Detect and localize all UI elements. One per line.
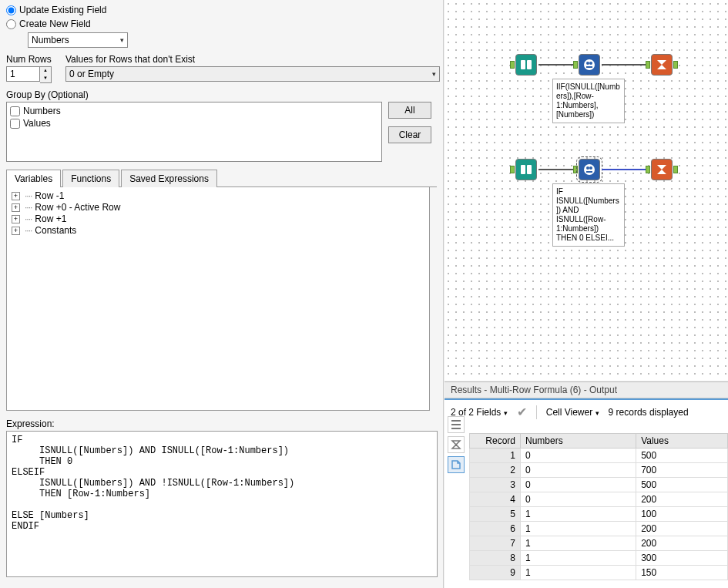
values-nonexist-select[interactable]: 0 or Empty ▾ bbox=[65, 66, 440, 82]
cell-values: 500 bbox=[636, 449, 728, 463]
connector-anchor bbox=[673, 61, 678, 69]
tab-variables[interactable]: Variables bbox=[6, 170, 61, 187]
groupby-item-label: Values bbox=[23, 118, 51, 129]
tree-expand-icon[interactable]: + bbox=[12, 203, 20, 212]
values-nonexist-value: 0 or Empty bbox=[69, 69, 114, 79]
table-row[interactable]: 4 0 200 bbox=[470, 492, 728, 507]
table-row[interactable]: 8 1 300 bbox=[470, 551, 728, 566]
cell-numbers: 1 bbox=[521, 536, 636, 551]
results-panel: Results - Multi-Row Formula (6) - Output… bbox=[445, 381, 728, 588]
connector-line bbox=[602, 169, 646, 170]
workflow-canvas[interactable]: IIF(ISNULL([Numbers]),[Row-1:Numbers],[N… bbox=[445, 0, 728, 381]
cell-values: 300 bbox=[636, 551, 728, 566]
tree-item-label[interactable]: Row +0 - Active Row bbox=[35, 202, 120, 213]
cell-record: 5 bbox=[470, 507, 521, 522]
connector-line bbox=[538, 169, 574, 170]
tab-functions[interactable]: Functions bbox=[62, 170, 119, 187]
cell-record: 4 bbox=[470, 492, 521, 507]
connector-anchor bbox=[646, 166, 650, 173]
cell-viewer-menu[interactable]: Cell Viewer ▾ bbox=[546, 407, 599, 418]
records-summary: 9 records displayed bbox=[609, 407, 689, 418]
tool-annotation: IF ISNULL([Numbers]) AND ISNULL([Row-1:N… bbox=[552, 183, 625, 247]
svg-point-3 bbox=[586, 62, 589, 65]
field-select[interactable]: Numbers ▾ bbox=[28, 32, 128, 48]
field-select-value: Numbers bbox=[32, 35, 69, 45]
tab-saved-expressions[interactable]: Saved Expressions bbox=[121, 170, 217, 187]
connector-anchor bbox=[573, 166, 578, 173]
check-icon: ✔ bbox=[517, 405, 527, 419]
cell-record: 9 bbox=[470, 566, 521, 580]
svg-point-9 bbox=[589, 166, 592, 170]
cell-numbers: 1 bbox=[521, 551, 636, 566]
radio-create-label: Create New Field bbox=[19, 18, 91, 29]
tree-expand-icon[interactable]: + bbox=[12, 192, 20, 200]
summarize-tool-icon[interactable] bbox=[651, 54, 673, 76]
col-header-values[interactable]: Values bbox=[636, 434, 728, 449]
svg-rect-1 bbox=[527, 60, 532, 69]
svg-point-2 bbox=[584, 59, 595, 70]
groupby-list: Numbers Values bbox=[6, 102, 382, 162]
multi-row-formula-tool-icon[interactable] bbox=[579, 159, 600, 180]
cell-numbers: 1 bbox=[521, 522, 636, 536]
clear-button[interactable]: Clear bbox=[388, 126, 431, 143]
cell-numbers: 1 bbox=[521, 507, 636, 522]
cell-values: 200 bbox=[636, 492, 728, 507]
chevron-down-icon: ▾ bbox=[120, 36, 124, 44]
table-row[interactable]: 6 1 200 bbox=[470, 522, 728, 536]
table-row[interactable]: 7 1 200 bbox=[470, 536, 728, 551]
connector-anchor bbox=[673, 166, 678, 173]
values-nonexist-label: Values for Rows that don't Exist bbox=[65, 54, 440, 65]
cell-values: 150 bbox=[636, 566, 728, 580]
cell-values: 100 bbox=[636, 507, 728, 522]
numrows-step-up[interactable]: ▲ bbox=[40, 67, 51, 75]
svg-point-7 bbox=[584, 164, 595, 175]
svg-rect-6 bbox=[527, 165, 532, 174]
tree-expand-icon[interactable]: + bbox=[12, 227, 20, 235]
results-view-sigma-icon[interactable] bbox=[448, 436, 465, 453]
cell-numbers: 0 bbox=[521, 463, 636, 478]
table-row[interactable]: 2 0 700 bbox=[470, 463, 728, 478]
expression-label: Expression: bbox=[6, 418, 437, 429]
multi-row-formula-tool-icon[interactable] bbox=[579, 54, 600, 76]
all-button[interactable]: All bbox=[388, 102, 431, 119]
results-grid[interactable]: Record Numbers Values 1 0 5002 0 7003 0 … bbox=[469, 433, 728, 580]
cell-record: 7 bbox=[470, 536, 521, 551]
numrows-step-down[interactable]: ▼ bbox=[40, 75, 51, 82]
tree-expand-icon[interactable]: + bbox=[12, 215, 20, 223]
text-input-tool-icon[interactable] bbox=[515, 54, 537, 76]
groupby-item-label: Numbers bbox=[23, 106, 61, 116]
cell-values: 200 bbox=[636, 536, 728, 551]
col-header-numbers[interactable]: Numbers bbox=[521, 434, 636, 449]
radio-update-existing[interactable] bbox=[6, 5, 16, 15]
cell-record: 2 bbox=[470, 463, 521, 478]
expression-editor[interactable]: IF ISNULL([Numbers]) AND ISNULL([Row-1:N… bbox=[6, 431, 438, 577]
connector-anchor bbox=[573, 61, 578, 69]
radio-update-label: Update Existing Field bbox=[19, 5, 106, 15]
numrows-input[interactable] bbox=[6, 66, 40, 82]
table-row[interactable]: 9 1 150 bbox=[470, 566, 728, 580]
tree-item-label[interactable]: Constants bbox=[35, 225, 76, 236]
table-row[interactable]: 3 0 500 bbox=[470, 478, 728, 492]
tree-item-label[interactable]: Row +1 bbox=[35, 213, 66, 224]
summarize-tool-icon[interactable] bbox=[651, 159, 673, 180]
cell-numbers: 0 bbox=[521, 449, 636, 463]
results-title: Results - Multi-Row Formula (6) - Output bbox=[445, 382, 728, 398]
tool-annotation: IIF(ISNULL([Numbers]),[Row-1:Numbers],[N… bbox=[552, 79, 625, 123]
variables-tree: +····Row -1 +····Row +0 - Active Row +··… bbox=[6, 187, 430, 411]
table-row[interactable]: 5 1 100 bbox=[470, 507, 728, 522]
connector-line bbox=[538, 64, 574, 66]
results-view-list-icon[interactable] bbox=[448, 416, 465, 433]
text-input-tool-icon[interactable] bbox=[515, 159, 537, 180]
groupby-checkbox-values[interactable] bbox=[10, 119, 20, 129]
groupby-checkbox-numbers[interactable] bbox=[10, 106, 20, 116]
groupby-label: Group By (Optional) bbox=[6, 89, 437, 100]
results-view-data-icon[interactable] bbox=[448, 456, 465, 473]
cell-values: 500 bbox=[636, 478, 728, 492]
table-row[interactable]: 1 0 500 bbox=[470, 449, 728, 463]
radio-create-new[interactable] bbox=[6, 19, 16, 29]
col-header-record[interactable]: Record bbox=[470, 434, 521, 449]
chevron-down-icon: ▾ bbox=[504, 409, 508, 417]
tree-item-label[interactable]: Row -1 bbox=[35, 190, 64, 201]
svg-point-4 bbox=[589, 62, 592, 65]
cell-record: 6 bbox=[470, 522, 521, 536]
